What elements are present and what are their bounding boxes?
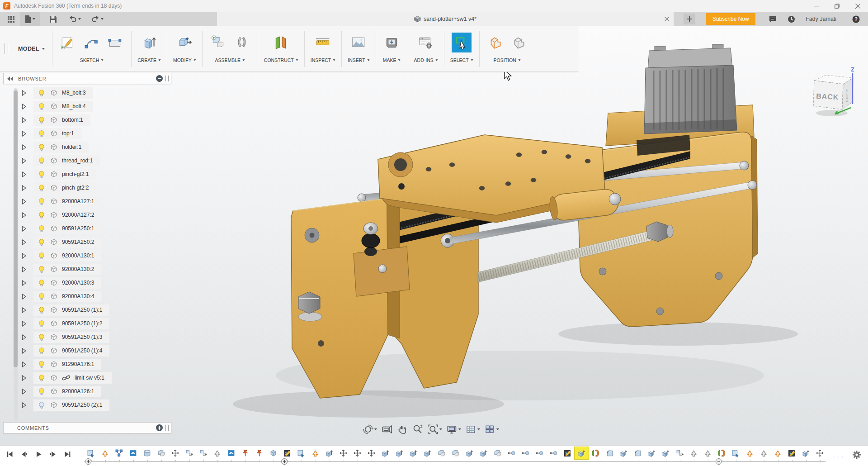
expand-arrow-icon[interactable]: [21, 171, 28, 178]
ribbon-group-label[interactable]: SKETCH: [80, 57, 104, 63]
timeline-feature-cylinder-icon[interactable]: [140, 447, 154, 459]
browser-item-label[interactable]: pinch-gt2:2: [62, 185, 89, 191]
expand-arrow-icon[interactable]: [21, 402, 28, 409]
expand-arrow-icon[interactable]: [21, 252, 28, 259]
comments-expand-icon[interactable]: [156, 424, 163, 431]
user-name[interactable]: Fady Jamati: [806, 12, 836, 26]
visibility-bulb-icon[interactable]: [38, 211, 46, 219]
ribbon-group-label[interactable]: ADD-INS: [414, 57, 438, 63]
browser-item[interactable]: 91290A176:1: [3, 357, 171, 371]
timeline-scrubber-rail[interactable]: [84, 461, 826, 462]
timeline-feature-extrude-icon[interactable]: [645, 447, 659, 459]
timeline-feature-extrude-icon[interactable]: [420, 447, 434, 459]
timeline-feature-extrude-icon[interactable]: [476, 447, 491, 459]
timeline-group-marker[interactable]: [281, 458, 288, 465]
browser-item[interactable]: 90591A250:1: [3, 222, 171, 235]
browser-item[interactable]: 92000A130:3: [3, 276, 171, 290]
browser-item[interactable]: pinch-gt2:2: [3, 181, 171, 195]
browser-item-label[interactable]: 90591A250 (1):3: [62, 334, 102, 340]
timeline-feature-insert-icon[interactable]: [729, 447, 743, 459]
browser-item[interactable]: 90591A250 (2):1: [3, 398, 171, 412]
browser-item[interactable]: 90591A250 (1):3: [3, 330, 171, 344]
browser-item-label[interactable]: limit-sw v5:1: [75, 375, 104, 381]
expand-arrow-icon[interactable]: [21, 280, 28, 286]
expand-arrow-icon[interactable]: [21, 334, 28, 341]
browser-item[interactable]: 92000A127:1: [3, 195, 171, 208]
comments-panel-header[interactable]: COMMENTS: [3, 422, 171, 433]
browser-item[interactable]: 90591A250:2: [3, 235, 171, 249]
job-status-clock-icon[interactable]: [783, 12, 799, 26]
timeline-feature-move-icon[interactable]: [168, 447, 182, 459]
addins-icon[interactable]: [416, 33, 436, 52]
expand-arrow-icon[interactable]: [21, 266, 28, 273]
timeline-feature-mirror-icon[interactable]: [519, 447, 533, 459]
visibility-bulb-icon[interactable]: [38, 89, 46, 97]
timeline-feature-extrude-icon[interactable]: [378, 447, 392, 459]
fit-tool[interactable]: [426, 423, 444, 436]
visibility-bulb-icon[interactable]: [38, 292, 46, 301]
browser-item-label[interactable]: 92000A127:1: [62, 198, 94, 204]
expand-arrow-icon[interactable]: [21, 307, 28, 314]
timeline-feature-joint-gray-icon[interactable]: [701, 447, 715, 459]
browser-item[interactable]: M8_bolt:4: [3, 100, 171, 113]
browser-item-label[interactable]: holder:1: [62, 144, 81, 150]
viewports-tool[interactable]: [483, 423, 501, 436]
browser-item-label[interactable]: bottom:1: [62, 117, 83, 123]
visibility-bulb-icon[interactable]: [38, 279, 46, 287]
expand-arrow-icon[interactable]: [21, 388, 28, 395]
timeline-feature-mirror-icon[interactable]: [547, 447, 561, 459]
timeline-feature-extrude-icon[interactable]: [617, 447, 631, 459]
feedback-icon[interactable]: [765, 12, 780, 26]
step-forward-button[interactable]: [47, 448, 59, 460]
select-icon[interactable]: [452, 33, 472, 52]
step-back-button[interactable]: [18, 448, 30, 460]
expand-arrow-icon[interactable]: [21, 361, 28, 368]
timeline-feature-revolve-icon[interactable]: [715, 447, 729, 459]
browser-item[interactable]: holder:1: [3, 140, 171, 154]
file-menu-button[interactable]: [20, 12, 40, 26]
timeline-feature-insert-icon[interactable]: [84, 447, 98, 459]
visibility-bulb-icon[interactable]: [38, 306, 46, 314]
timeline-feature-ground-icon[interactable]: [196, 447, 210, 459]
timeline-feature-combine-icon[interactable]: [434, 447, 448, 459]
joint-icon[interactable]: [232, 33, 252, 52]
visibility-bulb-icon[interactable]: [38, 265, 46, 274]
timeline-feature-extrude-icon[interactable]: [462, 447, 476, 459]
browser-item-label[interactable]: 92000A130:1: [62, 252, 94, 259]
timeline-feature-joint-gray-icon[interactable]: [210, 447, 224, 459]
ribbon-grip[interactable]: [5, 43, 8, 54]
browser-item[interactable]: 92000A130:2: [3, 262, 171, 276]
timeline-feature-combine-icon[interactable]: [448, 447, 462, 459]
expand-arrow-icon[interactable]: [21, 293, 28, 300]
visibility-bulb-icon[interactable]: [38, 224, 46, 233]
create-sketch-icon[interactable]: [58, 33, 78, 52]
plane-icon[interactable]: [271, 33, 291, 52]
skip-to-start-button[interactable]: [4, 448, 16, 460]
ribbon-group-label[interactable]: ASSEMBLE: [215, 57, 245, 63]
browser-drag-grip[interactable]: [165, 76, 169, 81]
display-settings-tool[interactable]: [445, 423, 463, 436]
timeline-feature-fillet-icon[interactable]: [631, 447, 645, 459]
timeline-feature-mirror-icon[interactable]: [533, 447, 547, 459]
expand-arrow-icon[interactable]: [21, 185, 28, 191]
help-icon[interactable]: ?: [848, 12, 863, 26]
timeline-group-marker[interactable]: [85, 458, 91, 465]
expand-arrow-icon[interactable]: [21, 239, 28, 246]
browser-collapse-icon[interactable]: [156, 75, 163, 82]
viewcube[interactable]: BACK LEFT Z: [806, 66, 859, 119]
ribbon-group-label[interactable]: SELECT: [450, 57, 473, 63]
workspace-dropdown[interactable]: MODEL: [18, 46, 45, 52]
document-tab[interactable]: sand-plotter+sw1 v4*: [217, 12, 674, 26]
visibility-bulb-icon[interactable]: [38, 129, 46, 138]
browser-item[interactable]: 90591A250 (1):1: [3, 303, 171, 317]
timeline-feature-puzzle-icon[interactable]: [224, 447, 238, 459]
ribbon-group-label[interactable]: INSERT: [348, 57, 369, 63]
orbit-tool[interactable]: [361, 423, 379, 436]
browser-item-label[interactable]: 92000A130:3: [62, 280, 94, 286]
timeline-feature-extrude-icon[interactable]: [659, 447, 673, 459]
extrude-icon[interactable]: [139, 33, 159, 52]
timeline-feature-pin-icon[interactable]: [238, 447, 252, 459]
redo-button[interactable]: [88, 12, 107, 26]
save-button[interactable]: [45, 12, 61, 26]
close-button[interactable]: [847, 0, 868, 12]
